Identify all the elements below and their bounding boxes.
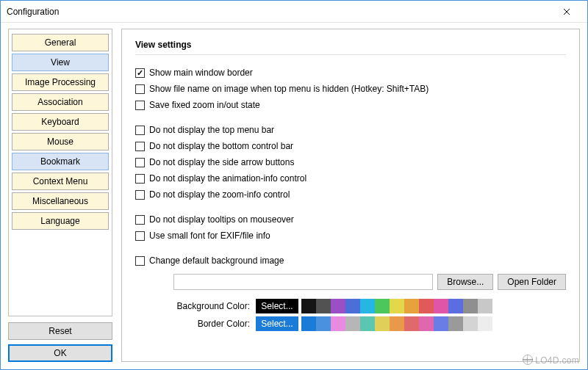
settings-panel: View settings Show main window border Sh… (121, 29, 580, 362)
color-swatch[interactable] (434, 299, 448, 313)
nav-association[interactable]: Association (12, 93, 109, 111)
color-swatch[interactable] (345, 316, 360, 331)
opt-show-border[interactable]: Show main window border (135, 65, 566, 80)
color-swatch[interactable] (448, 316, 463, 331)
nav-general[interactable]: General (12, 34, 109, 51)
checkbox-icon (135, 142, 145, 151)
color-swatch[interactable] (390, 299, 404, 313)
window-body: General View Image Processing Associatio… (1, 23, 587, 369)
checkbox-icon (135, 190, 145, 200)
nav-mouse[interactable]: Mouse (12, 133, 109, 150)
checkbox-icon (135, 101, 145, 110)
color-swatch[interactable] (316, 316, 331, 331)
ok-button[interactable]: OK (8, 344, 112, 362)
opt-save-zoom[interactable]: Save fixed zoom in/out state (135, 98, 566, 112)
nav-view[interactable]: View (12, 54, 109, 71)
color-swatch[interactable] (434, 316, 448, 331)
bg-image-path-input[interactable] (173, 274, 433, 290)
border-color-swatches (301, 316, 492, 331)
close-button[interactable] (552, 1, 581, 22)
color-swatch[interactable] (345, 299, 360, 313)
opt-no-top-menu[interactable]: Do not display the top menu bar (135, 123, 566, 137)
color-swatch[interactable] (301, 299, 316, 313)
color-swatch[interactable] (331, 299, 345, 313)
color-swatch[interactable] (478, 299, 492, 313)
color-swatch[interactable] (419, 316, 434, 331)
color-swatch[interactable] (404, 316, 419, 331)
close-icon (563, 8, 570, 15)
panel-heading: View settings (135, 40, 566, 50)
nav-bookmark[interactable]: Bookmark (12, 153, 109, 170)
bg-color-label: Background Color: (135, 301, 253, 311)
color-swatch[interactable] (478, 316, 492, 331)
border-color-row: Border Color: Select... (135, 316, 566, 331)
checkbox-icon (135, 174, 145, 184)
sidebar-nav: General View Image Processing Associatio… (8, 29, 112, 316)
window-title: Configuration (7, 7, 552, 17)
color-swatch[interactable] (360, 299, 375, 313)
check-group-3: Do not display tooltips on mouseover Use… (135, 212, 566, 243)
opt-no-zoom-info[interactable]: Do not display the zoom-info control (135, 187, 566, 202)
color-swatch[interactable] (360, 316, 375, 331)
border-color-select-button[interactable]: Select... (256, 316, 298, 331)
nav-image-processing[interactable]: Image Processing (12, 73, 109, 91)
color-swatch[interactable] (448, 299, 463, 313)
check-group-2: Do not display the top menu bar Do not d… (135, 123, 566, 202)
divider (135, 54, 566, 55)
bg-image-path-row: Browse... Open Folder (173, 274, 566, 290)
opt-change-bg-image[interactable]: Change default background image (135, 253, 566, 268)
open-folder-button[interactable]: Open Folder (498, 274, 566, 290)
checkbox-icon (135, 158, 145, 167)
sidebar-actions: Reset OK (8, 322, 112, 362)
opt-small-font[interactable]: Use small font for EXIF/file info (135, 228, 566, 243)
bg-color-select-button[interactable]: Select... (256, 299, 298, 313)
opt-show-filename[interactable]: Show file name on image when top menu is… (135, 81, 566, 96)
color-swatch[interactable] (301, 316, 316, 331)
color-swatch[interactable] (463, 316, 478, 331)
reset-button[interactable]: Reset (8, 322, 112, 340)
browse-button[interactable]: Browse... (437, 274, 493, 290)
color-swatch[interactable] (375, 299, 390, 313)
checkbox-icon (135, 231, 145, 241)
titlebar: Configuration (1, 1, 587, 23)
color-swatch[interactable] (463, 299, 478, 313)
opt-no-tooltips[interactable]: Do not display tooltips on mouseover (135, 212, 566, 227)
opt-no-bottom-bar[interactable]: Do not display the bottom control bar (135, 139, 566, 153)
checkbox-icon (135, 126, 145, 135)
nav-context-menu[interactable]: Context Menu (12, 173, 109, 190)
border-color-label: Border Color: (135, 319, 253, 329)
config-window: Configuration General View Image Process… (0, 0, 588, 370)
opt-no-arrows[interactable]: Do not display the side arrow buttons (135, 155, 566, 170)
color-swatch[interactable] (404, 299, 419, 313)
color-swatch[interactable] (375, 316, 390, 331)
checkbox-icon (135, 84, 145, 94)
color-swatch[interactable] (331, 316, 345, 331)
nav-keyboard[interactable]: Keyboard (12, 113, 109, 131)
checkbox-icon (135, 215, 145, 225)
checkbox-icon (135, 256, 145, 266)
bg-color-row: Background Color: Select... (135, 299, 566, 313)
sidebar: General View Image Processing Associatio… (8, 29, 112, 362)
check-group-1: Show main window border Show file name o… (135, 65, 566, 112)
opt-no-anim-info[interactable]: Do not display the animation-info contro… (135, 171, 566, 186)
nav-language[interactable]: Language (12, 212, 109, 230)
nav-miscellaneous[interactable]: Miscellaneous (12, 192, 109, 210)
color-swatch[interactable] (390, 316, 404, 331)
color-swatch[interactable] (316, 299, 331, 313)
checkbox-icon (135, 68, 145, 78)
bg-color-swatches (301, 299, 492, 313)
color-swatch[interactable] (419, 299, 434, 313)
